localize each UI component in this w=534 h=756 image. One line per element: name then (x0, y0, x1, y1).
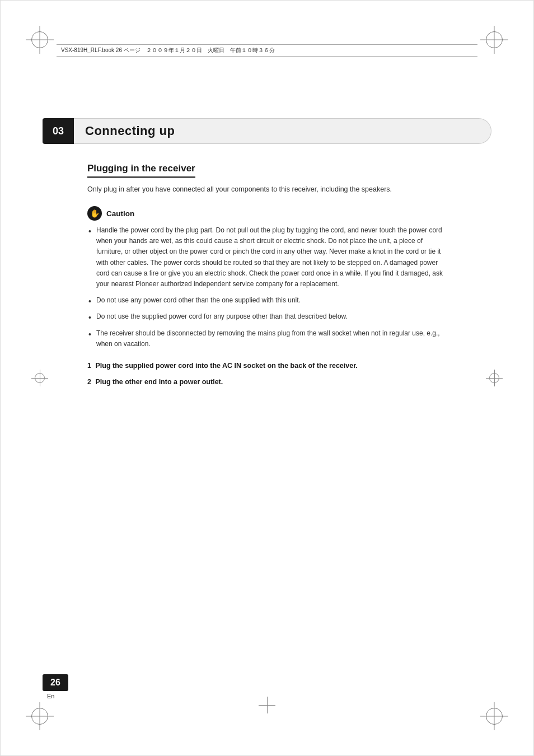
bottom-center-crosshair (259, 697, 275, 713)
caution-block: ✋ Caution Handle the power cord by the p… (87, 206, 447, 349)
meta-text: VSX-819H_RLF.book 26 ページ ２００９年１月２０日 火曜日 … (61, 46, 275, 54)
corner-mark-br (480, 702, 508, 730)
step-1-number: 1 (87, 362, 91, 370)
page-footer: 26 En (43, 674, 68, 699)
section-heading: Plugging in the receiver (87, 163, 195, 178)
corner-mark-bl (26, 702, 54, 730)
corner-mark-tr (480, 26, 508, 54)
page-number: 26 (43, 674, 68, 691)
caution-header: ✋ Caution (87, 206, 447, 221)
middle-left-crosshair (31, 370, 48, 386)
page-container: VSX-819H_RLF.book 26 ページ ２００９年１月２０日 火曜日 … (0, 0, 534, 756)
corner-mark-tl (26, 26, 54, 54)
caution-item-3: Do not use the supplied power cord for a… (87, 311, 447, 322)
step-2: 2 Plug the other end into a power outlet… (87, 377, 447, 388)
section-intro: Only plug in after you have connected al… (87, 184, 447, 195)
page-lang: En (43, 693, 68, 699)
caution-item-4: The receiver should be disconnected by r… (87, 328, 447, 349)
chapter-header: 03 Connecting up (43, 118, 491, 144)
step-1: 1 Plug the supplied power cord into the … (87, 361, 447, 371)
caution-icon: ✋ (87, 206, 102, 221)
step-2-number: 2 (87, 378, 91, 386)
chapter-title: Connecting up (85, 124, 175, 138)
chapter-number: 03 (43, 118, 74, 144)
chapter-title-bar: Connecting up (74, 118, 491, 144)
caution-item-1: Handle the power cord by the plug part. … (87, 225, 447, 290)
caution-label: Caution (106, 209, 134, 218)
caution-list: Handle the power cord by the plug part. … (87, 225, 447, 349)
step-1-text: Plug the supplied power cord into the AC… (95, 362, 357, 370)
step-2-text: Plug the other end into a power outlet. (95, 378, 223, 386)
main-content: Plugging in the receiver Only plug in af… (87, 163, 447, 393)
header-metadata: VSX-819H_RLF.book 26 ページ ２００９年１月２０日 火曜日 … (57, 44, 477, 57)
middle-right-crosshair (486, 370, 503, 386)
caution-item-2: Do not use any power cord other than the… (87, 295, 447, 306)
